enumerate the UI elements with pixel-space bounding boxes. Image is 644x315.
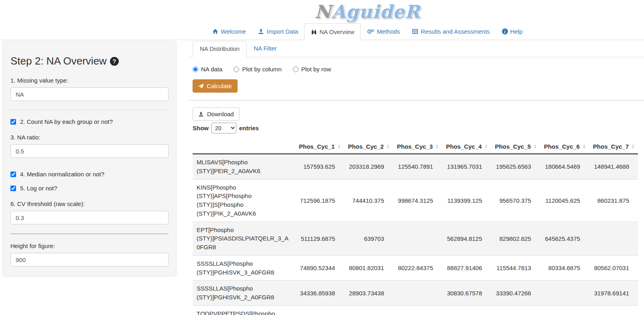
table-row: SSSSLLAS[Phospho (STY)]PGHISVK_2_A0FGR83… — [193, 281, 638, 306]
entries-label: entries — [239, 125, 259, 131]
nav-item-results[interactable]: Results and Assessments — [406, 23, 496, 40]
calculate-button[interactable]: Calculate — [193, 79, 238, 93]
median-normalization-checkbox[interactable] — [10, 172, 16, 177]
cell-value: 125540.7891 — [393, 154, 442, 179]
home-icon — [212, 28, 219, 35]
cell-value — [344, 305, 393, 315]
cell-value: 80334.6875 — [540, 255, 589, 281]
radio-label: Plot by row — [301, 66, 331, 73]
cv-threshold-input[interactable] — [10, 211, 169, 224]
page-length-control: Show 20 entries — [193, 123, 644, 133]
nav-item-label: Methods — [377, 28, 400, 35]
cv-threshold-label: 6. CV threshold (raw scale): — [10, 200, 169, 207]
nav-item-label: Welcome — [221, 28, 246, 35]
plot-type-radio-group: NA data Plot by column Plot by row — [193, 66, 644, 73]
sort-icon: ▲▼ — [632, 144, 635, 149]
cell-value: 88827.91406 — [442, 255, 491, 281]
radio-plot-by-column[interactable]: Plot by column — [234, 66, 281, 73]
missing-value-input[interactable] — [10, 87, 169, 101]
naguider-app: NAguideR Welcome Import Data NA Overvie — [0, 0, 644, 315]
figure-height-input[interactable] — [10, 253, 169, 267]
na-data-table: Phos_Cyc_1▲▼ Phos_Cyc_2▲▼ Phos_Cyc_3▲▼ P… — [193, 139, 638, 315]
nav-item-label: Import Data — [267, 28, 298, 35]
radio-plot-by-column-input[interactable] — [234, 67, 239, 72]
gears-icon: ⚙⚙ — [367, 28, 374, 34]
log-checkbox[interactable] — [10, 186, 16, 191]
table-body: MLISAVS[Phospho (STY)]PEIR_2_A0AVK615759… — [193, 154, 638, 315]
count-na-checkbox[interactable] — [10, 119, 16, 125]
cell-value: 744410.375 — [344, 179, 393, 222]
figure-height-label: Height for figure: — [10, 242, 169, 249]
table-row: EPT[Phospho (STY)]PSIASDISLPIATQELR_3_A0… — [193, 222, 638, 255]
logo-gray-part: N — [315, 1, 331, 22]
row-label: EPT[Phospho (STY)]PSIASDISLPIATQELR_3_A0… — [193, 222, 295, 255]
cell-value: 956570.375 — [491, 179, 540, 222]
cell-value: 157593.625 — [295, 154, 344, 179]
log-label: 5. Log or not? — [20, 185, 57, 192]
cell-value: 511129.6875 — [295, 222, 344, 255]
cell-value: 115544.7813 — [491, 255, 540, 281]
cell-value: 712596.1875 — [295, 179, 344, 222]
row-label: KINS[Phospho (STY)]APS[Phospho (STY)]S[P… — [193, 179, 295, 222]
cell-value: 80222.84375 — [393, 255, 442, 281]
na-ratio-input[interactable] — [10, 144, 169, 158]
app-logo: NAguideR — [315, 1, 420, 22]
app-header: NAguideR — [45, 0, 644, 23]
info-icon: i — [502, 28, 508, 34]
main-navbar: Welcome Import Data NA Overview ⚙⚙ Metho… — [0, 23, 644, 40]
column-header[interactable]: Phos_Cyc_6▲▼ — [540, 139, 589, 154]
sort-icon: ▲▼ — [337, 144, 341, 149]
sort-icon: ▲▼ — [583, 144, 586, 149]
tab-na-distribution[interactable]: NA Distribution — [193, 41, 247, 57]
question-circle-icon[interactable]: ? — [110, 57, 119, 66]
nav-item-import-data[interactable]: Import Data — [252, 23, 304, 40]
column-header[interactable]: Phos_Cyc_5▲▼ — [491, 139, 540, 154]
cell-value: 195625.6563 — [491, 154, 540, 179]
table-icon — [412, 28, 418, 35]
column-header[interactable]: Phos_Cyc_3▲▼ — [393, 139, 442, 154]
cell-value — [540, 281, 589, 306]
radio-label: Plot by column — [242, 66, 281, 73]
nav-item-label: Results and Assessments — [421, 28, 490, 35]
table-row: TQDPVPPETPSDS[Phospho (STY)]DHK_3_A0JLT2… — [193, 305, 638, 315]
cell-value: 284286.4688 — [540, 305, 589, 315]
nav-item-label: NA Overview — [319, 28, 354, 35]
download-button[interactable]: Download — [193, 107, 240, 121]
step-title-text: Step 2: NA Overview — [10, 55, 107, 67]
nav-item-methods[interactable]: ⚙⚙ Methods — [361, 23, 406, 40]
cell-value: 34336.85938 — [295, 281, 344, 306]
nav-item-help[interactable]: i Help — [496, 23, 529, 40]
cell-value: 860231.875 — [589, 179, 638, 222]
cell-value — [589, 222, 638, 255]
tab-na-filter[interactable]: NA Filter — [247, 41, 284, 57]
radio-plot-by-row-input[interactable] — [293, 67, 299, 72]
cell-value: 131965.7031 — [442, 154, 491, 179]
cell-value: 1139399.125 — [442, 179, 491, 222]
row-name-column-header — [193, 139, 295, 154]
cell-value: 312614.5938 — [442, 305, 491, 315]
cell-value: 180664.5469 — [540, 154, 589, 179]
column-header[interactable]: Phos_Cyc_2▲▼ — [344, 139, 393, 154]
column-header[interactable]: Phos_Cyc_1▲▼ — [295, 139, 344, 154]
table-header-row: Phos_Cyc_1▲▼ Phos_Cyc_2▲▼ Phos_Cyc_3▲▼ P… — [193, 139, 638, 154]
row-label: MLISAVS[Phospho (STY)]PEIR_2_A0AVK6 — [193, 154, 295, 179]
cell-value: 998674.3125 — [393, 179, 442, 222]
cell-value: 33390.47266 — [491, 281, 540, 306]
sort-icon: ▲▼ — [485, 144, 488, 149]
column-header[interactable]: Phos_Cyc_4▲▼ — [442, 139, 491, 154]
logo-blue-part: AguideR — [331, 1, 420, 22]
paper-plane-icon — [198, 83, 204, 89]
nav-item-welcome[interactable]: Welcome — [206, 23, 252, 40]
cell-value — [393, 222, 442, 255]
column-header[interactable]: Phos_Cyc_7▲▼ — [589, 139, 638, 154]
radio-na-data[interactable]: NA data — [193, 66, 222, 73]
cell-value: 28903.73438 — [344, 281, 393, 306]
cell-value: 203317.4063 — [589, 305, 638, 315]
upload-icon — [258, 28, 264, 35]
radio-plot-by-row[interactable]: Plot by row — [293, 66, 331, 73]
page-length-select[interactable]: 20 — [211, 123, 236, 133]
nav-item-na-overview[interactable]: NA Overview — [304, 23, 361, 40]
radio-na-data-input[interactable] — [193, 67, 198, 72]
table-row: MLISAVS[Phospho (STY)]PEIR_2_A0AVK615759… — [193, 154, 638, 179]
cell-value: 74890.52344 — [295, 255, 344, 281]
